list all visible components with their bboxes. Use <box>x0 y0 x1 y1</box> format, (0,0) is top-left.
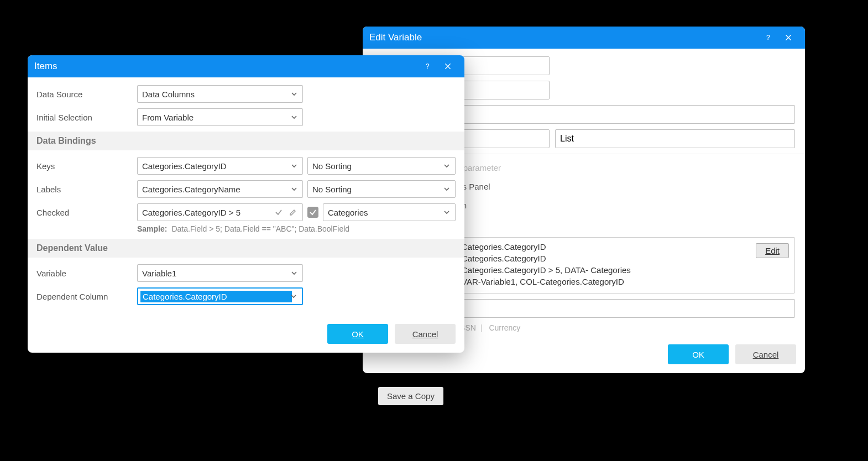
chevron-down-icon <box>443 185 451 193</box>
chevron-down-icon <box>443 208 451 216</box>
mode-combo[interactable]: List <box>555 129 795 148</box>
cancel-button[interactable]: Cancel <box>395 324 456 344</box>
help-button[interactable]: ? <box>418 56 438 76</box>
chevron-down-icon <box>290 269 298 277</box>
keys-combo[interactable]: Categories.CategoryID <box>137 157 303 175</box>
svg-text:?: ? <box>426 62 430 70</box>
edit-variable-title: Edit Variable <box>369 32 759 43</box>
items-title: Items <box>34 61 418 72</box>
chevron-down-icon <box>290 90 298 98</box>
checked-source-combo[interactable]: Categories <box>323 203 456 221</box>
initial-selection-combo[interactable]: From Variable <box>137 108 303 126</box>
check-icon[interactable] <box>273 206 285 218</box>
labels-label: Labels <box>36 185 137 194</box>
items-footer: OK Cancel <box>28 319 464 353</box>
checked-enable-checkbox[interactable] <box>307 207 318 218</box>
chevron-down-icon <box>290 292 297 300</box>
initial-selection-label: Initial Selection <box>36 113 137 122</box>
checked-sample: Sample:Data.Field > 5; Data.Field == "AB… <box>137 224 456 233</box>
labels-combo[interactable]: Categories.CategoryName <box>137 180 303 198</box>
items-titlebar: Items ? <box>28 55 464 77</box>
keys-label: Keys <box>36 161 137 171</box>
svg-text:?: ? <box>766 34 770 41</box>
keys-sort-combo[interactable]: No Sorting <box>307 157 456 175</box>
edit-bindings-button[interactable]: Edit <box>756 243 789 258</box>
pencil-icon[interactable] <box>287 206 299 218</box>
cancel-button[interactable]: Cancel <box>735 344 796 364</box>
items-body: Data Source Data Columns Initial Selecti… <box>28 77 464 319</box>
edit-variable-titlebar: Edit Variable ? <box>363 27 805 49</box>
save-a-copy-button[interactable]: Save a Copy <box>378 387 443 405</box>
help-button[interactable]: ? <box>759 28 778 48</box>
checked-expression-input[interactable]: Categories.CategoryID > 5 <box>137 203 303 221</box>
dependent-column-combo[interactable]: Categories.CategoryID <box>137 287 303 305</box>
dependent-column-label: Dependent Column <box>36 292 137 301</box>
mask-link-currency[interactable]: Currency <box>489 323 520 332</box>
variable-combo[interactable]: Variable1 <box>137 264 303 282</box>
chevron-down-icon <box>443 162 451 170</box>
data-source-combo[interactable]: Data Columns <box>137 85 303 103</box>
data-source-label: Data Source <box>36 90 137 99</box>
chevron-down-icon <box>290 113 298 121</box>
close-button[interactable] <box>438 56 458 76</box>
ok-button[interactable]: OK <box>327 324 388 344</box>
data-bindings-section: Data Bindings <box>28 132 464 150</box>
variable-label: Variable <box>36 269 137 278</box>
dependent-value-section: Dependent Value <box>28 239 464 258</box>
checked-label: Checked <box>36 208 137 217</box>
close-button[interactable] <box>778 28 798 48</box>
items-dialog: Items ? Data Source Data Columns Initial… <box>28 55 464 353</box>
chevron-down-icon <box>290 185 298 193</box>
ok-button[interactable]: OK <box>668 344 729 364</box>
labels-sort-combo[interactable]: No Sorting <box>307 180 456 198</box>
chevron-down-icon <box>290 162 298 170</box>
